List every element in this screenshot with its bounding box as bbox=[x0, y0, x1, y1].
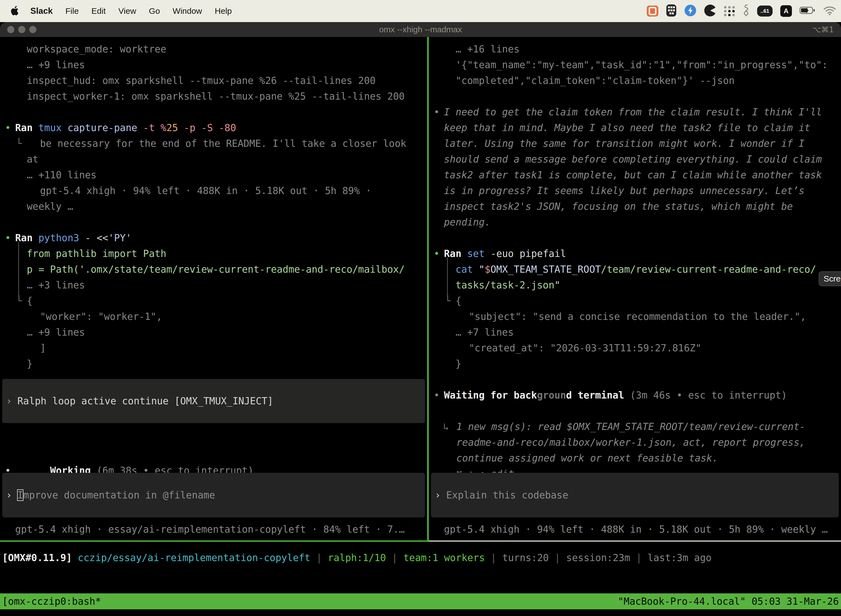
omx-hud-status-line: [OMX#0.11.9] cczip/essay/ai-reimplementa… bbox=[0, 542, 841, 566]
menu-bar: Slack FileEditViewGoWindowHelp ..61 A bbox=[0, 0, 841, 22]
text-run: … +110 lines bbox=[27, 169, 97, 180]
text-run: be necessary for the end of the README. … bbox=[40, 138, 406, 149]
tmux-session-label[interactable]: [omx-cczip0:bash* bbox=[0, 593, 101, 609]
terminal-line: •Ran tmux capture-pane -t %25 -p -S -80 bbox=[0, 120, 427, 136]
tree-connector-line bbox=[18, 242, 19, 297]
apple-menu-icon[interactable] bbox=[10, 6, 19, 16]
text-run bbox=[72, 552, 78, 563]
terminal-line: └{ bbox=[0, 293, 427, 309]
text-run: | bbox=[485, 552, 502, 563]
terminal-line: task2 after task1 is complete, but can I… bbox=[429, 167, 841, 183]
session-status-right: gpt-5.4 xhigh · 94% left · 488K in · 5.1… bbox=[429, 522, 828, 537]
session-status-left: gpt-5.4 xhigh · essay/ai-reimplementatio… bbox=[0, 522, 405, 537]
squiggle-icon[interactable] bbox=[743, 4, 749, 18]
window-shortcut-hint: ⌥⌘1 bbox=[812, 25, 834, 34]
terminal-line: inspect_worker-1: omx sparkshell --tmux-… bbox=[0, 89, 427, 104]
text-run: Ran bbox=[15, 232, 38, 243]
text-run: groun bbox=[537, 390, 566, 401]
shield-grid-icon[interactable] bbox=[666, 4, 677, 18]
wifi-icon[interactable] bbox=[823, 6, 836, 16]
terminal-line: •Ran python3 - <<'PY' bbox=[0, 230, 427, 246]
terminal-line: •Ran set -euo pipefail bbox=[429, 246, 841, 262]
dark-disc-icon[interactable] bbox=[704, 4, 716, 18]
text-run: { bbox=[27, 295, 32, 307]
prompt-input-left[interactable]: ›Improve documentation in @filename bbox=[2, 473, 425, 518]
text-run: -euo pipefail bbox=[485, 248, 566, 259]
terminal-line bbox=[429, 372, 841, 387]
terminal-line: p = Path('.omx/state/team/review-current… bbox=[0, 262, 427, 277]
text-run: { bbox=[456, 295, 462, 307]
status-bullet: • bbox=[434, 104, 440, 120]
chat-app-icon[interactable] bbox=[647, 6, 658, 16]
terminal-line: "completed","claim_token":"claim-token"}… bbox=[429, 73, 841, 89]
text-run: -t % bbox=[138, 122, 166, 133]
terminal-line: later. Using the same for transition mig… bbox=[429, 136, 841, 151]
tmux-pane-left[interactable]: workspace_mode: worktree… +9 linesinspec… bbox=[0, 37, 427, 540]
text-run: from pathlib import Path bbox=[27, 248, 166, 259]
terminal-line: … +110 lines bbox=[0, 167, 427, 183]
text-run: ] bbox=[40, 343, 46, 353]
text-run: session:23m bbox=[566, 552, 630, 563]
text-run: Ran bbox=[15, 122, 38, 133]
badge-61[interactable]: ..61 bbox=[757, 6, 772, 16]
terminal-line: weekly … bbox=[0, 199, 427, 214]
menu-item-window[interactable]: Window bbox=[173, 6, 202, 16]
terminal-line: pending. bbox=[429, 214, 841, 230]
terminal-line: inspect_hud: omx sparkshell --tmux-pane … bbox=[0, 73, 427, 89]
terminal-line: workspace_mode: worktree bbox=[0, 41, 427, 57]
screen-share-tooltip: Scre bbox=[819, 271, 841, 286]
menu-item-file[interactable]: File bbox=[65, 6, 79, 16]
text-run: … +9 lines bbox=[27, 327, 85, 338]
pane-divider[interactable] bbox=[427, 37, 429, 540]
terminal-line: gpt-5.4 xhigh · 94% left · 488K in · 5.1… bbox=[0, 183, 427, 199]
terminal-line: continue assigned work or next feasible … bbox=[429, 450, 841, 466]
menu-item-help[interactable]: Help bbox=[215, 6, 232, 16]
text-run: later. Using the same for transition mig… bbox=[444, 138, 804, 149]
tree-connector-line bbox=[447, 258, 448, 298]
status-bullet: • bbox=[5, 230, 11, 246]
dots-grid-icon[interactable] bbox=[724, 6, 735, 16]
prompt-input-right[interactable]: ›Explain this codebase bbox=[431, 473, 839, 518]
text-run: inspect task2's JSON, focusing on the st… bbox=[444, 201, 793, 212]
input-placeholder: mprove documentation in @filename bbox=[23, 490, 215, 501]
app-menu-slack[interactable]: Slack bbox=[30, 6, 53, 16]
text-run: -p -S -80 bbox=[178, 122, 236, 133]
text-run: 25 bbox=[166, 122, 178, 133]
text-run: 1 new msg(s): read $OMX_TEAM_STATE_ROOT/… bbox=[456, 421, 805, 432]
menu-item-view[interactable]: View bbox=[119, 6, 136, 16]
battery-icon[interactable] bbox=[800, 6, 816, 16]
text-run: '{"team_name":"my-team","task_id":"1","f… bbox=[456, 59, 828, 70]
text-run: capture-pane bbox=[62, 122, 138, 133]
prompt-chevron: › bbox=[2, 396, 18, 406]
text-run: python3 bbox=[38, 232, 79, 243]
text-run: keep that in mind. Maybe I also need the… bbox=[444, 122, 810, 133]
keyboard-layout-icon[interactable]: A bbox=[780, 5, 792, 17]
text-run: cat bbox=[456, 264, 479, 275]
text-run: [OMX#0.11.9] bbox=[2, 552, 72, 563]
input-placeholder: Explain this codebase bbox=[446, 490, 568, 501]
text-run: "created_at": "2026-03-31T11:59:27.816Z" bbox=[469, 343, 701, 353]
window-title-bar[interactable]: omx --xhigh --madmax ⌥⌘1 bbox=[0, 22, 841, 37]
terminal-line: ↳1 new msg(s): read $OMX_TEAM_STATE_ROOT… bbox=[429, 419, 841, 435]
window-title: omx --xhigh --madmax bbox=[0, 25, 841, 34]
terminal-window: omx --xhigh --madmax ⌥⌘1 workspace_mode:… bbox=[0, 22, 841, 616]
tmux-pane-right[interactable]: … +16 lines'{"team_name":"my-team","task… bbox=[429, 37, 841, 540]
terminal-line: … +3 lines bbox=[0, 277, 427, 293]
terminal-line: tasks/task-2.json" bbox=[429, 277, 841, 293]
omx-hud-pane[interactable]: [OMX#0.11.9] cczip/essay/ai-reimplementa… bbox=[0, 542, 841, 594]
text-run: p = Path('.omx/state/team/review-current… bbox=[27, 264, 405, 275]
text-run: gpt-5.4 xhigh · 94% left · 488K in · 5.1… bbox=[40, 185, 371, 196]
text-run: at bbox=[27, 154, 38, 165]
tooltip-label: Scre bbox=[823, 274, 841, 283]
terminal-line: keep that in mind. Maybe I also need the… bbox=[429, 120, 841, 136]
text-run: set bbox=[467, 248, 485, 259]
text-run: ralph:1/10 bbox=[328, 552, 386, 563]
text-run: inspect_worker-1: omx sparkshell --tmux-… bbox=[27, 91, 405, 102]
menu-item-edit[interactable]: Edit bbox=[91, 6, 105, 16]
terminal-line: '{"team_name":"my-team","task_id":"1","f… bbox=[429, 57, 841, 73]
text-run: /team/review-current-readme-and-reco/ bbox=[601, 264, 816, 275]
text-run: "worker": "worker-1", bbox=[40, 311, 162, 322]
menu-item-go[interactable]: Go bbox=[149, 6, 160, 16]
blue-badge-icon[interactable] bbox=[684, 4, 696, 18]
terminal-line: ] bbox=[0, 340, 427, 356]
